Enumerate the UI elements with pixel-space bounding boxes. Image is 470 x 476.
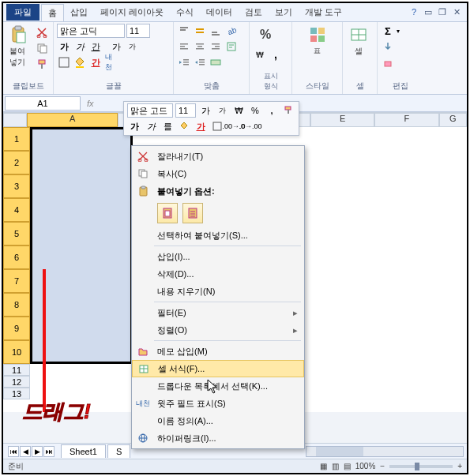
align-left-button[interactable]	[177, 39, 191, 54]
row-header-10[interactable]: 10	[3, 340, 30, 364]
autosum-button[interactable]: Σ	[381, 24, 395, 38]
align-top-button[interactable]	[177, 24, 191, 38]
italic-button[interactable]: 가	[73, 39, 87, 54]
underline-button[interactable]: 간	[88, 39, 103, 54]
sheet-nav-last[interactable]: ⏭	[43, 446, 55, 457]
font-color-button[interactable]: 간	[88, 55, 103, 69]
mini-italic[interactable]: 가	[144, 119, 158, 133]
fill-color-button[interactable]	[73, 55, 87, 69]
sheet-nav-prev[interactable]: ◀	[20, 446, 31, 457]
zoom-out-button[interactable]: −	[380, 462, 385, 470]
cm-cut[interactable]: 잘라내기(T)	[132, 148, 304, 165]
increase-indent-button[interactable]	[193, 55, 207, 69]
fx-icon[interactable]: fx	[82, 99, 99, 108]
mini-percent[interactable]: %	[248, 103, 262, 118]
view-pagebreak-icon[interactable]: ▤	[344, 462, 351, 470]
mini-increase-decimal[interactable]: .0→.00	[243, 119, 258, 133]
tab-data[interactable]: 데이터	[200, 4, 239, 21]
row-header-11[interactable]: 11	[3, 364, 30, 376]
mini-comma[interactable]: ,	[265, 103, 279, 118]
font-size-select[interactable]	[126, 24, 150, 38]
row-header-8[interactable]: 8	[3, 293, 30, 317]
select-all-corner[interactable]	[3, 113, 27, 127]
copy-icon[interactable]	[35, 41, 49, 55]
cells-button[interactable]: 셀	[346, 24, 371, 58]
cm-phonetic[interactable]: 내천윗주 필드 표시(S)	[132, 395, 304, 412]
row-header-4[interactable]: 4	[3, 198, 30, 222]
bold-button[interactable]: 가	[57, 39, 71, 54]
mini-shrink-font[interactable]: 가	[215, 103, 229, 118]
close-window-icon[interactable]: ✕	[451, 7, 462, 17]
cm-copy[interactable]: 복사(C)	[132, 165, 304, 182]
align-middle-button[interactable]	[193, 24, 207, 38]
currency-button[interactable]: ₩	[253, 47, 267, 62]
sheet-tab-2[interactable]: S	[107, 444, 130, 458]
help-icon[interactable]: ?	[408, 7, 419, 17]
clear-button[interactable]	[381, 55, 395, 69]
format-painter-icon[interactable]	[35, 57, 49, 71]
col-header-G[interactable]: G	[439, 113, 467, 127]
mini-fill-color[interactable]	[177, 119, 191, 133]
row-header-7[interactable]: 7	[3, 269, 30, 293]
mini-align-center[interactable]: 를	[160, 119, 175, 133]
align-center-button[interactable]	[193, 39, 207, 54]
row-header-3[interactable]: 3	[3, 174, 30, 198]
horizontal-scrollbar[interactable]	[306, 446, 464, 457]
tab-insert[interactable]: 삽입	[64, 4, 94, 21]
view-layout-icon[interactable]: ▥	[332, 462, 339, 470]
mini-font-name[interactable]	[127, 103, 173, 118]
mini-font-size[interactable]	[175, 103, 196, 118]
minimize-ribbon-icon[interactable]: ▭	[423, 7, 434, 17]
tab-review[interactable]: 검토	[239, 4, 269, 21]
align-right-button[interactable]	[209, 39, 223, 54]
orientation-button[interactable]: ab	[224, 24, 239, 38]
cm-insert[interactable]: 삽입(I)...	[132, 248, 304, 265]
number-format-button[interactable]: %	[253, 24, 278, 46]
align-bottom-button[interactable]	[209, 24, 223, 38]
cm-delete[interactable]: 삭제(D)...	[132, 265, 304, 283]
cm-filter[interactable]: 필터(E)▸	[132, 304, 304, 321]
sheet-tab-1[interactable]: Sheet1	[61, 444, 106, 458]
border-button[interactable]	[57, 55, 71, 69]
shrink-font-button[interactable]: 가	[125, 39, 139, 54]
cm-format-cells[interactable]: 셀 서식(F)...	[132, 360, 304, 377]
mini-bold[interactable]: 가	[127, 119, 141, 133]
tab-pagelayout[interactable]: 페이지 레이아웃	[94, 4, 170, 21]
merge-button[interactable]	[209, 55, 223, 69]
name-box[interactable]: A1	[5, 96, 81, 111]
zoom-in-button[interactable]: +	[457, 462, 462, 470]
cut-icon[interactable]	[35, 25, 49, 39]
phonetic-button[interactable]: 내천	[104, 55, 118, 69]
paste-option-1[interactable]	[157, 203, 178, 223]
row-header-1[interactable]: 1	[3, 127, 30, 151]
wrap-text-button[interactable]	[224, 39, 239, 54]
tab-formulas[interactable]: 수식	[170, 4, 200, 21]
cm-clear[interactable]: 내용 지우기(N)	[132, 283, 304, 300]
cm-define-name[interactable]: 이름 정의(A)...	[132, 412, 304, 429]
cm-hyperlink[interactable]: 하이퍼링크(I)...	[132, 429, 304, 447]
tab-file[interactable]: 파일	[6, 4, 39, 21]
decrease-indent-button[interactable]	[177, 55, 191, 69]
tab-view[interactable]: 보기	[269, 4, 299, 21]
mini-currency[interactable]: ₩	[231, 103, 246, 118]
sheet-nav-next[interactable]: ▶	[32, 446, 43, 457]
zoom-level[interactable]: 100%	[355, 462, 376, 470]
col-header-F[interactable]: F	[374, 113, 438, 127]
cond-format-button[interactable]: 표	[305, 24, 330, 58]
row-header-5[interactable]: 5	[3, 222, 30, 245]
view-normal-icon[interactable]: ▦	[320, 462, 327, 470]
cm-paste-special[interactable]: 선택하여 붙여넣기(S)...	[132, 227, 304, 244]
comma-button[interactable]: ,	[269, 47, 283, 62]
paste-option-2[interactable]	[182, 203, 203, 223]
cm-insert-comment[interactable]: 메모 삽입(M)	[132, 343, 304, 360]
row-header-6[interactable]: 6	[3, 245, 30, 269]
row-header-9[interactable]: 9	[3, 317, 30, 340]
row-header-12[interactable]: 12	[3, 376, 30, 388]
fill-button[interactable]	[381, 39, 395, 54]
paste-button[interactable]: 붙여넣기	[6, 24, 32, 69]
col-header-A[interactable]: A	[27, 113, 118, 127]
font-name-select[interactable]	[57, 24, 125, 38]
restore-window-icon[interactable]: ❐	[437, 7, 448, 17]
cm-sort[interactable]: 정렬(O)▸	[132, 321, 304, 339]
sheet-nav-first[interactable]: ⏮	[8, 446, 19, 457]
